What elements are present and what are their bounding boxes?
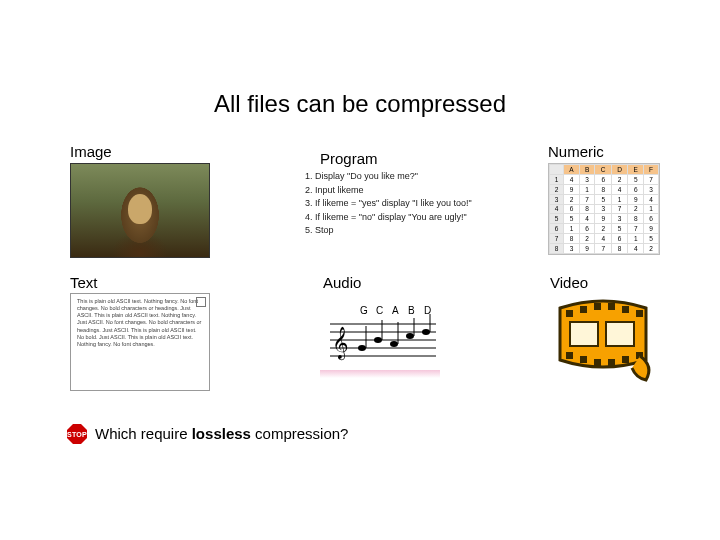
video-example-icon xyxy=(548,290,658,385)
svg-text:C: C xyxy=(376,305,383,316)
label-numeric: Numeric xyxy=(548,143,604,160)
svg-text:G: G xyxy=(360,305,368,316)
slide-title: All files can be compressed xyxy=(0,90,720,118)
svg-rect-30 xyxy=(608,359,615,366)
program-example: 1. Display "Do you like me?" 2. Input li… xyxy=(305,170,505,248)
svg-rect-25 xyxy=(622,306,629,313)
svg-point-19 xyxy=(422,329,430,335)
question-text: Which require lossless compression? xyxy=(95,425,348,442)
svg-rect-21 xyxy=(566,310,573,317)
stop-icon: STOP xyxy=(67,424,87,444)
svg-rect-22 xyxy=(580,306,587,313)
question-emph: lossless xyxy=(192,425,251,442)
spreadsheet-table: AB CD EF 1436257 2918463 3275194 4683721… xyxy=(549,164,659,254)
code-line: 5. Stop xyxy=(305,224,505,238)
code-line: 4. If likeme = "no" display "You are ugl… xyxy=(305,211,505,225)
svg-point-11 xyxy=(358,345,366,351)
svg-rect-28 xyxy=(580,356,587,363)
question-suffix: compression? xyxy=(251,425,349,442)
svg-point-17 xyxy=(406,333,414,339)
svg-text:B: B xyxy=(408,305,415,316)
audio-example-icon: 𝄞 G C A B D xyxy=(320,298,440,376)
label-program: Program xyxy=(320,150,378,167)
svg-rect-24 xyxy=(608,303,615,310)
audio-shadow xyxy=(320,370,440,378)
svg-text:A: A xyxy=(392,305,399,316)
svg-text:𝄞: 𝄞 xyxy=(332,326,349,361)
svg-rect-33 xyxy=(570,322,598,346)
code-line: 2. Input likeme xyxy=(305,184,505,198)
svg-rect-26 xyxy=(636,310,643,317)
label-text: Text xyxy=(70,274,98,291)
image-example-icon xyxy=(70,163,210,258)
svg-point-15 xyxy=(390,341,398,347)
stop-icon-text: STOP xyxy=(67,424,87,444)
label-image: Image xyxy=(70,143,112,160)
svg-rect-23 xyxy=(594,303,601,310)
code-line: 1. Display "Do you like me?" xyxy=(305,170,505,184)
code-line: 3. If likeme = "yes" display "I like you… xyxy=(305,197,505,211)
label-audio: Audio xyxy=(323,274,361,291)
numeric-example: AB CD EF 1436257 2918463 3275194 4683721… xyxy=(548,163,660,255)
svg-rect-27 xyxy=(566,352,573,359)
svg-rect-31 xyxy=(622,356,629,363)
svg-rect-29 xyxy=(594,359,601,366)
text-example: This is plain old ASCII text. Nothing fa… xyxy=(70,293,210,391)
label-video: Video xyxy=(550,274,588,291)
svg-point-13 xyxy=(374,337,382,343)
question-prefix: Which require xyxy=(95,425,192,442)
svg-rect-34 xyxy=(606,322,634,346)
